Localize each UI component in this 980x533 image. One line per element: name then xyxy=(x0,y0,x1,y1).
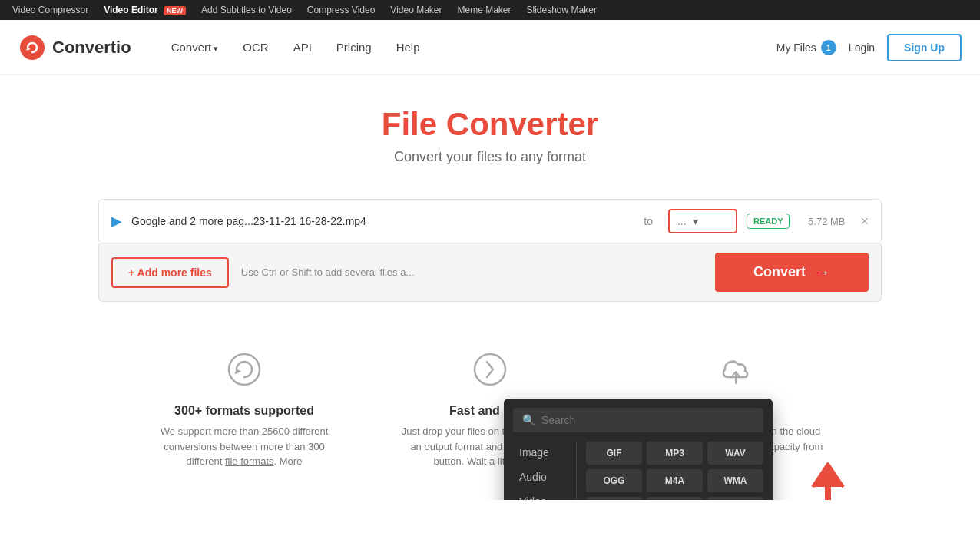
logo-icon xyxy=(18,34,46,61)
converter-area: ▶ Google and 2 more pag...23-11-21 16-28… xyxy=(83,199,897,302)
nav-convert[interactable]: Convert xyxy=(162,35,228,60)
new-badge: NEW xyxy=(164,6,186,15)
format-m4a[interactable]: M4A xyxy=(647,469,703,492)
convert-button[interactable]: Convert → xyxy=(715,253,869,292)
hero-title: File Converter xyxy=(15,106,965,143)
format-wma[interactable]: WMA xyxy=(707,469,763,492)
search-input[interactable] xyxy=(541,414,754,426)
nav-pricing[interactable]: Pricing xyxy=(327,35,381,60)
topbar-add-subtitles[interactable]: Add Subtitles to Video xyxy=(201,5,292,15)
dropdown-body: Image Audio Video GIF MP3 WAV OGG M4A WM… xyxy=(513,442,763,500)
my-files-button[interactable]: My Files 1 xyxy=(776,40,836,55)
ready-badge: READY xyxy=(747,214,790,229)
top-bar: Video Compressor Video Editor NEW Add Su… xyxy=(0,0,980,20)
format-dropdown: 🔍 Image Audio Video GIF MP3 WAV OGG M4A … xyxy=(504,399,773,500)
topbar-video-editor[interactable]: Video Editor NEW xyxy=(104,5,186,15)
convert-arrow-icon: → xyxy=(815,263,830,281)
topbar-slideshow-maker[interactable]: Slideshow Maker xyxy=(527,5,597,15)
format-mp3[interactable]: MP3 xyxy=(647,442,703,465)
hero-subtitle: Convert your files to any format xyxy=(15,149,965,165)
format-grid: GIF MP3 WAV OGG M4A WMA FLAC M4R AAC MP2… xyxy=(586,442,763,500)
play-icon: ▶ xyxy=(111,213,122,230)
nav-links: Convert OCR API Pricing Help xyxy=(162,35,776,60)
login-button[interactable]: Login xyxy=(849,41,875,54)
to-label: to xyxy=(644,215,653,227)
topbar-meme-maker[interactable]: Meme Maker xyxy=(458,5,512,15)
format-m4r[interactable]: M4R xyxy=(647,497,703,500)
svg-point-2 xyxy=(229,354,260,385)
convert-label: Convert xyxy=(753,264,806,280)
file-name: Google and 2 more pag...23-11-21 16-28-2… xyxy=(131,215,628,227)
divider xyxy=(576,442,577,500)
chevron-down-icon: ▾ xyxy=(693,215,698,227)
category-video[interactable]: Video xyxy=(513,491,567,500)
signup-button[interactable]: Sign Up xyxy=(887,34,962,61)
category-audio[interactable]: Audio xyxy=(513,466,567,488)
hint-text: Use Ctrl or Shift to add several files a… xyxy=(241,266,703,278)
category-list: Image Audio Video xyxy=(513,442,567,500)
formats-icon xyxy=(152,351,336,395)
main-nav: Convertio Convert OCR API Pricing Help M… xyxy=(0,20,980,75)
format-placeholder: ... xyxy=(677,215,687,227)
file-size: 5.72 MB xyxy=(799,216,845,227)
file-row: ▶ Google and 2 more pag...23-11-21 16-28… xyxy=(98,199,882,243)
svg-point-0 xyxy=(20,35,45,60)
feature-formats: 300+ formats supported We support more t… xyxy=(152,351,336,469)
format-wav[interactable]: WAV xyxy=(707,442,763,465)
features-section: 300+ formats supported We support more t… xyxy=(83,320,897,500)
logo-text: Convertio xyxy=(52,38,131,58)
category-image[interactable]: Image xyxy=(513,442,567,463)
add-files-button[interactable]: + Add more files xyxy=(111,257,229,288)
hero-section: File Converter Convert your files to any… xyxy=(0,75,980,180)
close-button[interactable]: × xyxy=(860,214,869,230)
my-files-label: My Files xyxy=(776,41,816,54)
format-ogg[interactable]: OGG xyxy=(586,469,642,492)
svg-point-3 xyxy=(475,354,505,385)
topbar-video-compressor[interactable]: Video Compressor xyxy=(12,5,88,15)
files-count-badge: 1 xyxy=(821,40,836,55)
fast-icon xyxy=(398,351,582,395)
cloud-icon xyxy=(644,351,828,395)
action-bar: + Add more files Use Ctrl or Shift to ad… xyxy=(98,243,882,302)
nav-right: My Files 1 Login Sign Up xyxy=(776,34,962,61)
format-selector[interactable]: ... ▾ xyxy=(668,209,737,233)
nav-help[interactable]: Help xyxy=(387,35,429,60)
search-row: 🔍 xyxy=(513,408,763,432)
format-flac[interactable]: FLAC xyxy=(586,497,642,500)
topbar-compress-video[interactable]: Compress Video xyxy=(307,5,376,15)
feature-formats-text: We support more than 25600 different con… xyxy=(152,424,336,469)
search-icon: 🔍 xyxy=(522,414,535,426)
feature-formats-title: 300+ formats supported xyxy=(152,404,336,418)
topbar-video-maker[interactable]: Video Maker xyxy=(390,5,442,15)
nav-ocr[interactable]: OCR xyxy=(233,35,277,60)
format-gif[interactable]: GIF xyxy=(586,442,642,465)
logo[interactable]: Convertio xyxy=(18,34,131,61)
format-aac[interactable]: AAC xyxy=(707,497,763,500)
nav-api[interactable]: API xyxy=(284,35,321,60)
